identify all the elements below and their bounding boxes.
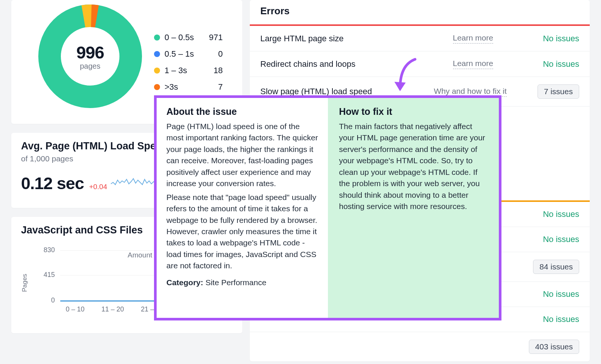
no-issues-label: No issues <box>543 34 579 44</box>
issue-row: Large HTML page size Learn more No issue… <box>250 26 590 51</box>
legend-swatch <box>154 68 160 74</box>
issue-row: 403 issues <box>250 332 590 361</box>
learn-more-link[interactable]: Learn more <box>453 33 493 44</box>
category-label: Category: <box>166 278 203 287</box>
legend-range: >3s <box>165 82 204 92</box>
category-value: Site Performance <box>205 278 266 287</box>
sparkline-icon <box>111 176 160 189</box>
chart-ylabel: Pages <box>21 274 29 292</box>
no-issues-label: No issues <box>543 209 579 219</box>
pages-count-label: pages <box>80 62 101 71</box>
no-issues-label: No issues <box>543 235 579 244</box>
legend-value: 18 <box>204 66 223 75</box>
no-issues-label: No issues <box>543 59 579 69</box>
legend-range: 0 – 0.5s <box>165 33 204 42</box>
issue-count-button[interactable]: 7 issues <box>538 84 579 99</box>
legend-range: 1 – 3s <box>165 66 204 75</box>
xtick: 0 – 10 <box>56 305 94 313</box>
issue-name: Redirect chains and loops <box>260 59 403 69</box>
legend-value: 0 <box>204 49 223 59</box>
ytick: 0 <box>38 296 55 304</box>
no-issues-label: No issues <box>543 314 579 324</box>
about-issue-panel: About the issue Page (HTML) load speed i… <box>157 98 328 318</box>
how-to-fix-title: How to fix it <box>339 106 489 117</box>
legend-row: 0 – 0.5s 971 <box>154 29 223 46</box>
donut-legend: 0 – 0.5s 971 0.5 – 1s 0 1 – 3s 18 >3s 7 <box>154 29 223 95</box>
legend-swatch <box>154 51 160 57</box>
how-to-fix-body: The main factors that negatively affect … <box>339 121 489 212</box>
legend-value: 971 <box>204 33 223 42</box>
issue-count-button[interactable]: 84 issues <box>533 260 579 274</box>
legend-range: 0.5 – 1s <box>165 49 204 59</box>
legend-row: >3s 7 <box>154 79 223 95</box>
section-title-errors: Errors <box>250 0 590 24</box>
learn-more-link[interactable]: Learn more <box>453 59 493 69</box>
issue-details-popover: About the issue Page (HTML) load speed i… <box>154 95 501 320</box>
legend-swatch <box>154 35 160 41</box>
ytick: 415 <box>38 271 55 279</box>
legend-row: 0.5 – 1s 0 <box>154 46 223 62</box>
no-issues-label: No issues <box>543 289 579 299</box>
legend-swatch <box>154 84 160 90</box>
category-line: Category: Site Performance <box>166 277 318 288</box>
issue-name: Large HTML page size <box>260 34 403 44</box>
ytick: 830 <box>38 246 55 254</box>
issue-count-button[interactable]: 403 issues <box>529 340 579 354</box>
pages-count: 996 <box>76 42 104 63</box>
avg-speed-value: 0.12 sec <box>21 174 84 193</box>
about-issue-title: About the issue <box>166 106 318 117</box>
about-issue-body: Page (HTML) load speed is one of the mos… <box>166 121 318 190</box>
avg-speed-delta: +0.04 <box>89 183 107 191</box>
xtick: 11 – 20 <box>94 305 131 313</box>
issue-row: Redirect chains and loops Learn more No … <box>250 51 590 77</box>
legend-row: 1 – 3s 18 <box>154 62 223 79</box>
how-to-fix-panel: How to fix it The main factors that nega… <box>328 98 499 318</box>
donut-center: 996 pages <box>34 0 146 113</box>
legend-value: 7 <box>204 82 223 92</box>
about-issue-body: Please note that "page load speed" usual… <box>166 192 318 272</box>
